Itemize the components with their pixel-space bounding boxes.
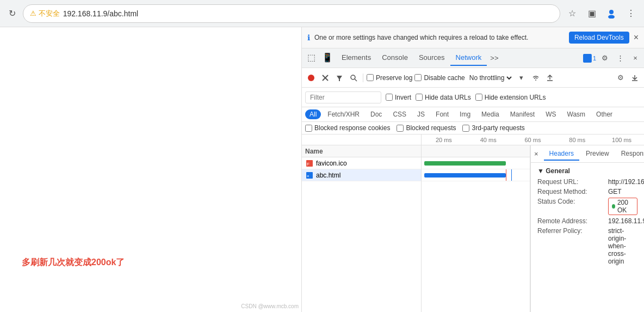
svg-text:F: F [307, 162, 309, 167]
disable-cache-group: Disable cache [414, 74, 465, 82]
hide-data-urls-label[interactable]: Hide data URLs [425, 94, 471, 101]
name-column-header: Name [305, 148, 323, 155]
hide-ext-urls-label[interactable]: Hide extension URLs [485, 94, 546, 101]
url-bar[interactable]: ⚠ 不安全 192.168.11.9/abc.html [23, 4, 560, 23]
wifi-icon [530, 72, 542, 84]
preserve-log-checkbox[interactable] [367, 74, 374, 81]
details-tab-preview[interactable]: Preview [580, 148, 615, 161]
clear-button[interactable] [319, 72, 331, 84]
status-code-label: Status Code: [537, 198, 608, 215]
devtools-notification: ℹ One or more settings have changed whic… [302, 27, 644, 48]
third-party-group: 3rd-party requests [462, 124, 524, 132]
timeline-marks: 20 ms 40 ms 60 ms 80 ms 100 ms [422, 137, 644, 143]
info-icon: ℹ [307, 33, 310, 42]
blocked-cookies-checkbox[interactable] [305, 125, 312, 132]
upload-icon[interactable] [544, 72, 556, 84]
filter-input[interactable] [305, 91, 381, 103]
invert-label[interactable]: Invert [395, 94, 411, 101]
type-filter-ws[interactable]: WS [541, 109, 560, 119]
details-close-button[interactable]: × [534, 150, 538, 158]
type-filter-all[interactable]: All [305, 109, 321, 119]
network-list-panel: Name F favicon.ico [302, 145, 422, 312]
hide-data-urls-checkbox[interactable] [416, 94, 423, 101]
blocked-cookies-group: Blocked response cookies [305, 124, 390, 132]
type-filter-manifest[interactable]: Manifest [506, 109, 539, 119]
type-filter-fetch-xhr[interactable]: Fetch/XHR [323, 109, 364, 119]
blocked-requests-checkbox[interactable] [397, 125, 404, 132]
remote-address-row: Remote Address: 192.168.11.9:80 [537, 217, 637, 225]
status-ok-badge: 200 OK [608, 198, 637, 215]
search-button[interactable] [348, 72, 360, 84]
devtools-tab-icons: 1 ⚙ ⋮ × [583, 52, 642, 65]
type-filter-other[interactable]: Other [592, 109, 617, 119]
type-filter-wasm[interactable]: Wasm [563, 109, 590, 119]
timeline-mark-2: 60 ms [511, 137, 555, 143]
tab-sources[interactable]: Sources [413, 50, 450, 66]
timeline-header: 20 ms 40 ms 60 ms 80 ms 100 ms [302, 134, 644, 145]
network-row-favicon[interactable]: F favicon.ico [302, 157, 421, 169]
devtools-settings-button[interactable]: ⚙ [598, 52, 611, 65]
remote-address-value: 192.168.11.9:80 [608, 217, 644, 225]
abc-bar [424, 173, 506, 178]
tab-network[interactable]: Network [450, 50, 487, 66]
disable-cache-label[interactable]: Disable cache [424, 74, 465, 82]
devtools-more-button[interactable]: ⋮ [614, 52, 627, 65]
tab-more[interactable]: >> [487, 51, 501, 65]
devtools-issues-badge[interactable]: 1 [583, 52, 596, 65]
tab-console[interactable]: Console [376, 50, 413, 66]
filter-toolbar: Invert Hide data URLs Hide extension URL… [302, 88, 644, 107]
throttle-select[interactable]: No throttling Slow 3G Fast 3G Offline [467, 74, 513, 82]
profile-button[interactable] [604, 6, 619, 21]
network-row-abc[interactable]: ≡ abc.html [302, 169, 421, 181]
devtools-panel: ℹ One or more settings have changed whic… [301, 27, 644, 312]
tab-devtools-picker[interactable]: ⬚ [304, 50, 319, 66]
notification-close-button[interactable]: × [634, 33, 639, 42]
blocked-requests-label[interactable]: Blocked requests [406, 124, 456, 132]
filter-toggle-button[interactable] [333, 72, 345, 84]
watermark: CSDN @www.mcb.com [241, 303, 299, 309]
download-button[interactable] [629, 72, 641, 84]
type-filter-css[interactable]: CSS [388, 109, 411, 119]
tab-elements[interactable]: Elements [336, 50, 376, 66]
third-party-checkbox[interactable] [462, 125, 469, 132]
network-body: Name F favicon.ico [302, 145, 644, 312]
timeline-mark-4: 100 ms [599, 137, 644, 143]
hide-ext-urls-checkbox[interactable] [475, 94, 482, 101]
svg-point-3 [308, 75, 314, 81]
favicon-name: favicon.ico [316, 160, 347, 167]
blocked-cookies-label[interactable]: Blocked response cookies [314, 124, 390, 132]
reload-devtools-button[interactable]: Reload DevTools [569, 32, 629, 44]
reload-button[interactable]: ↻ [5, 7, 18, 20]
star-button[interactable]: ☆ [565, 6, 580, 21]
notification-message: One or more settings have changed which … [314, 34, 565, 41]
abc-bar-marker1 [506, 169, 506, 181]
menu-button[interactable]: ⋮ [623, 6, 639, 21]
request-details-panel: × Headers Preview Response Initiator Tim… [530, 145, 644, 312]
details-tab-headers[interactable]: Headers [544, 148, 579, 161]
svg-text:≡: ≡ [307, 174, 309, 178]
type-filter-js[interactable]: JS [413, 109, 429, 119]
type-filter-font[interactable]: Font [431, 109, 453, 119]
invert-group: Invert [386, 94, 411, 101]
preserve-log-label[interactable]: Preserve log [376, 74, 412, 82]
third-party-label[interactable]: 3rd-party requests [472, 124, 524, 132]
type-filter-img[interactable]: Img [455, 109, 475, 119]
devtools-close-button[interactable]: × [629, 52, 642, 65]
type-filter-doc[interactable]: Doc [366, 109, 386, 119]
network-settings-button[interactable]: ⚙ [615, 72, 627, 84]
request-url-label: Request URL: [537, 178, 608, 186]
type-filter-media[interactable]: Media [477, 109, 504, 119]
layout-button[interactable]: ▣ [584, 6, 599, 21]
timeline-mark-1: 40 ms [466, 137, 511, 143]
favicon-icon: F [305, 159, 314, 168]
status-dot [612, 204, 615, 209]
svg-line-8 [355, 79, 357, 81]
throttle-arrow[interactable]: ▾ [516, 72, 528, 84]
url-text: 192.168.11.9/abc.html [63, 9, 139, 18]
record-button[interactable] [305, 72, 317, 84]
details-tabs: × Headers Preview Response Initiator Tim… [531, 145, 644, 163]
tab-responsive[interactable]: 📱 [319, 50, 336, 66]
disable-cache-checkbox[interactable] [414, 74, 422, 81]
invert-checkbox[interactable] [386, 94, 393, 101]
details-tab-response[interactable]: Response [616, 148, 644, 161]
